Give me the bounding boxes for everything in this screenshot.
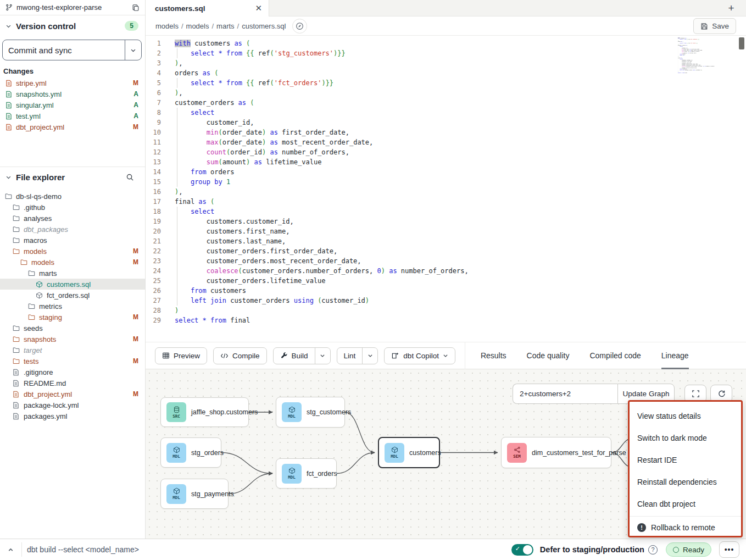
tab-customers-sql[interactable]: customers.sql ✕	[146, 0, 269, 16]
tree-item-packages-yml[interactable]: packages.yml	[0, 411, 145, 422]
lineage-selector-input[interactable]	[513, 384, 617, 404]
code-editor[interactable]: 1with customers as (2 select * from {{ r…	[146, 36, 746, 342]
code-line[interactable]: 14 from orders	[146, 167, 746, 177]
tree-item-staging[interactable]: stagingM	[0, 312, 145, 323]
code-line[interactable]: 6),	[146, 88, 746, 98]
changed-file-row[interactable]: singular.ymlA	[0, 99, 145, 110]
tab-lineage[interactable]: Lineage	[661, 342, 689, 369]
menu-item-restart-ide[interactable]: Restart IDE	[630, 449, 741, 471]
preview-button[interactable]: Preview	[155, 347, 207, 364]
code-line[interactable]: 22 customer_orders.first_order_date,	[146, 246, 746, 256]
editor-scrollbar[interactable]	[739, 37, 744, 49]
code-line[interactable]: 11 max(order_date) as most_recent_order_…	[146, 137, 746, 147]
code-line[interactable]: 24 coalesce(customer_orders.number_of_or…	[146, 266, 746, 276]
code-line[interactable]: 16),	[146, 187, 746, 197]
tab-compiled-code[interactable]: Compiled code	[589, 342, 641, 369]
breadcrumb-segment[interactable]: customers.sql	[242, 22, 286, 30]
tree-item-metrics[interactable]: metrics	[0, 301, 145, 312]
changed-file-row[interactable]: dbt_project.ymlM	[0, 121, 145, 132]
code-line[interactable]: 29select * from final	[146, 315, 746, 325]
compile-button[interactable]: Compile	[213, 347, 267, 364]
tree-item-marts[interactable]: marts	[0, 268, 145, 279]
changed-file-row[interactable]: stripe.ymlM	[0, 77, 145, 88]
tree-item-macros[interactable]: macros	[0, 235, 145, 246]
code-line[interactable]: 19 customers.customer_id,	[146, 217, 746, 226]
lineage-node-fct-orders[interactable]: MDLfct_orders	[276, 458, 337, 489]
tab-results[interactable]: Results	[481, 342, 506, 369]
code-line[interactable]: 8 select	[146, 108, 746, 118]
chevron-up-icon[interactable]	[0, 546, 21, 553]
build-options-chevron-icon[interactable]	[315, 348, 330, 364]
dbt-copilot-button[interactable]: dbt Copilot	[384, 347, 455, 364]
code-line[interactable]: 28)	[146, 306, 746, 315]
code-line[interactable]: 13 sum(amount) as lifetime_value	[146, 157, 746, 167]
breadcrumb-segment[interactable]: models	[186, 22, 209, 30]
code-line[interactable]: 25 customer_orders.lifetime_value	[146, 276, 746, 286]
tree-item-readme-md[interactable]: README.md	[0, 378, 145, 389]
tree-item-snapshots[interactable]: snapshotsM	[0, 334, 145, 345]
code-line[interactable]: 1with customers as (	[146, 38, 746, 48]
code-line[interactable]: 7customer_orders as (	[146, 98, 746, 108]
close-icon[interactable]: ✕	[255, 3, 262, 13]
commit-and-sync-button[interactable]: Commit and sync	[2, 40, 142, 60]
tree-item-package-lock-yml[interactable]: package-lock.yml	[0, 400, 145, 411]
code-line[interactable]: 12 count(order_id) as number_of_orders,	[146, 147, 746, 157]
menu-item-reinstall-dependencies[interactable]: Reinstall dependencies	[630, 471, 741, 493]
help-icon[interactable]: ?	[648, 545, 658, 555]
code-line[interactable]: 27 left join customer_orders using (cust…	[146, 296, 746, 306]
new-tab-plus-icon[interactable]: +	[724, 1, 738, 15]
chevron-down-icon[interactable]	[5, 174, 12, 180]
build-button[interactable]: Build	[274, 348, 315, 364]
code-line[interactable]: 18 select	[146, 207, 746, 217]
breadcrumb-segment[interactable]: marts	[216, 22, 235, 30]
commit-and-sync-label[interactable]: Commit and sync	[3, 40, 125, 60]
code-line[interactable]: 26 from customers	[146, 286, 746, 296]
tree-item-dbt-project-yml[interactable]: dbt_project.ymlM	[0, 389, 145, 400]
commit-options-chevron-icon[interactable]	[125, 40, 141, 60]
minimap[interactable]: with customers as ( select * from {{ ref…	[677, 37, 743, 81]
menu-item-switch-to-dark-mode[interactable]: Switch to dark mode	[630, 427, 741, 449]
lineage-node-stg-customers[interactable]: MDLstg_customers	[276, 397, 345, 428]
tree-item-seeds[interactable]: seeds	[0, 323, 145, 334]
copy-branch-icon[interactable]	[132, 4, 140, 12]
code-line[interactable]: 20 customers.first_name,	[146, 226, 746, 236]
tree-item-target[interactable]: target	[0, 345, 145, 356]
changed-file-row[interactable]: test.ymlA	[0, 110, 145, 121]
lineage-node-customers[interactable]: MDLcustomers	[378, 437, 440, 468]
tree-item-analyses[interactable]: analyses	[0, 213, 145, 224]
code-line[interactable]: 17final as (	[146, 197, 746, 207]
tree-item--github[interactable]: .github	[0, 202, 145, 213]
lineage-node-stg-payments[interactable]: MDLstg_payments	[160, 479, 229, 509]
tree-item-tests[interactable]: testsM	[0, 356, 145, 367]
search-icon[interactable]	[126, 173, 134, 181]
menu-item-clean-dbt-project[interactable]: Clean dbt project	[630, 493, 741, 515]
changed-file-row[interactable]: snapshots.ymlA	[0, 88, 145, 99]
tree-item-models[interactable]: modelsM	[0, 257, 145, 268]
lint-options-chevron-icon[interactable]	[362, 348, 377, 364]
lineage-node-stg-orders[interactable]: MDLstg_orders	[160, 437, 221, 468]
code-line[interactable]: 2 select * from {{ ref('stg_customers')}…	[146, 48, 746, 58]
command-input[interactable]: dbt build --select <model_name>	[27, 545, 511, 554]
code-line[interactable]: 3),	[146, 58, 746, 68]
tree-item--gitignore[interactable]: .gitignore	[0, 367, 145, 378]
menu-item-rollback-to-remote[interactable]: ! Rollback to remote	[630, 517, 741, 539]
tree-item-dbt-packages[interactable]: dbt_packages	[0, 224, 145, 235]
tree-item-db-sl-qs-demo[interactable]: db-sl-qs-demo	[0, 191, 145, 202]
tree-item-fct-orders-sql[interactable]: fct_orders.sql	[0, 290, 145, 301]
open-in-explorer-compass-icon[interactable]	[292, 19, 307, 34]
tree-item-models[interactable]: modelsM	[0, 246, 145, 257]
code-line[interactable]: 21 customers.last_name,	[146, 236, 746, 246]
lineage-node-jaffle-shop-customers[interactable]: SRCjaffle_shop.customers	[160, 397, 249, 427]
code-line[interactable]: 4orders as (	[146, 68, 746, 78]
code-line[interactable]: 5 select * from {{ ref('fct_orders')}}	[146, 78, 746, 88]
breadcrumb-segment[interactable]: models	[155, 22, 179, 30]
defer-toggle[interactable]: ✓	[511, 544, 533, 556]
code-line[interactable]: 9 customer_id,	[146, 118, 746, 127]
lint-button[interactable]: Lint	[337, 348, 363, 364]
code-line[interactable]: 23 customer_orders.most_recent_order_dat…	[146, 256, 746, 266]
chevron-down-icon[interactable]	[5, 23, 12, 29]
lineage-node-dim-customers-test-for-parse[interactable]: SEMdim_customers_test_for_parse	[501, 437, 611, 468]
menu-item-view-status-details[interactable]: View status details	[630, 405, 741, 427]
tab-code-quality[interactable]: Code quality	[527, 342, 570, 369]
tree-item-customers-sql[interactable]: customers.sql	[0, 279, 145, 290]
